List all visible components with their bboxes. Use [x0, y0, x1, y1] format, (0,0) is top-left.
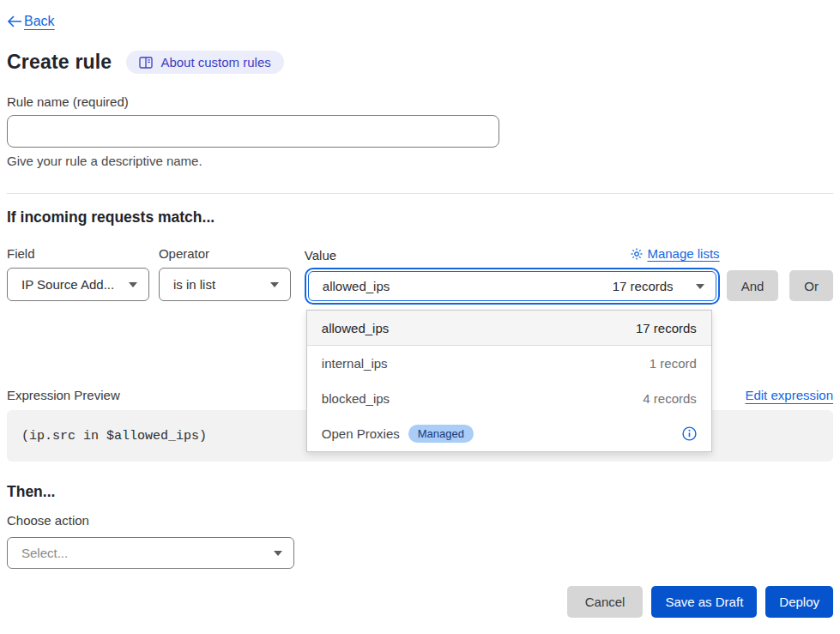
rule-name-input[interactable] [7, 115, 499, 148]
or-button[interactable]: Or [789, 270, 833, 301]
field-select[interactable]: IP Source Add... [7, 268, 149, 301]
back-link[interactable]: Back [7, 14, 55, 29]
value-select-name: allowed_ips [323, 279, 390, 293]
back-label: Back [24, 14, 55, 29]
list-dropdown: allowed_ips 17 records internal_ips 1 re… [306, 310, 712, 452]
managed-badge: Managed [408, 425, 474, 443]
about-custom-rules-link[interactable]: About custom rules [126, 51, 283, 74]
save-as-draft-button[interactable]: Save as Draft [651, 586, 757, 618]
value-select-count: 17 records [613, 279, 674, 293]
value-label: Value [305, 248, 336, 263]
info-icon[interactable] [682, 426, 697, 441]
back-arrow-icon [7, 15, 22, 27]
and-button[interactable]: And [727, 270, 779, 301]
list-item-allowed-ips[interactable]: allowed_ips 17 records [307, 311, 711, 346]
title-row: Create rule About custom rules [7, 51, 833, 74]
manage-lists-label: Manage lists [647, 246, 719, 261]
operator-label: Operator [159, 246, 291, 260]
create-rule-page: Back Create rule About custom rules Rule… [0, 0, 840, 634]
condition-row: Field IP Source Add... Operator is in li… [7, 246, 833, 305]
footer-actions: Cancel Save as Draft Deploy [7, 586, 833, 618]
field-label: Field [7, 246, 149, 260]
manage-lists-link[interactable]: Manage lists [631, 246, 719, 261]
value-select-right: 17 records [613, 279, 704, 293]
list-item-blocked-ips[interactable]: blocked_ips 4 records [307, 381, 711, 416]
then-heading: Then... [7, 483, 833, 501]
value-label-row: Value Manage lists [305, 246, 720, 260]
logic-buttons: And Or [727, 246, 833, 301]
operator-column: Operator is in list [159, 246, 291, 301]
gear-icon [631, 248, 643, 260]
action-select[interactable]: Select... [7, 537, 294, 569]
section-divider [7, 193, 833, 194]
chevron-down-icon [274, 551, 282, 556]
value-select[interactable]: allowed_ips 17 records [308, 271, 716, 301]
list-item-open-proxies[interactable]: Open Proxies Managed [307, 416, 711, 451]
chevron-down-icon [270, 282, 279, 287]
field-select-value: IP Source Add... [21, 277, 114, 292]
operator-select-value: is in list [173, 277, 215, 292]
expression-code: (ip.src in $allowed_ips) [21, 429, 207, 444]
operator-select[interactable]: is in list [159, 268, 291, 301]
cancel-button[interactable]: Cancel [567, 586, 644, 618]
deploy-button[interactable]: Deploy [765, 586, 833, 618]
chevron-down-icon [696, 284, 704, 289]
value-select-focus-ring: allowed_ips 17 records [305, 268, 720, 305]
rule-name-helper: Give your rule a descriptive name. [7, 154, 833, 168]
match-heading: If incoming requests match... [7, 208, 833, 226]
field-column: Field IP Source Add... [7, 246, 149, 301]
book-icon [139, 57, 153, 69]
about-label: About custom rules [160, 55, 270, 69]
value-column: Value Manage lists [305, 246, 720, 305]
expression-preview-label: Expression Preview [7, 388, 120, 402]
rule-name-label: Rule name (required) [7, 94, 833, 109]
action-select-placeholder: Select... [21, 546, 68, 560]
page-title: Create rule [7, 51, 112, 74]
choose-action-label: Choose action [7, 513, 833, 528]
list-item-internal-ips[interactable]: internal_ips 1 record [307, 346, 711, 381]
chevron-down-icon [129, 282, 137, 287]
edit-expression-link[interactable]: Edit expression [745, 388, 833, 402]
